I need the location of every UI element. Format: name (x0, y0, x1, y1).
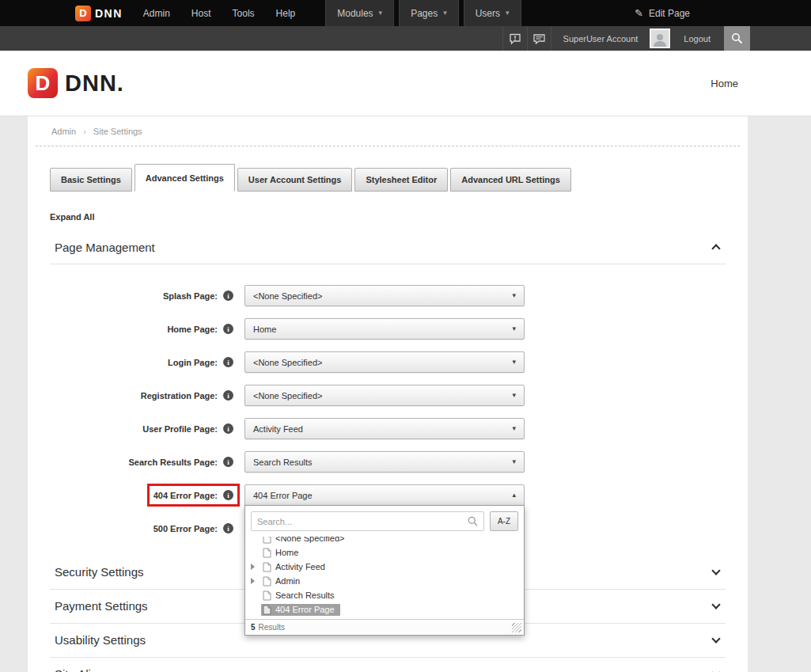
nav-help[interactable]: Help (276, 8, 296, 19)
search-button[interactable] (724, 26, 750, 51)
sort-az-button[interactable]: A-Z (490, 511, 518, 531)
site-header: D DNN. Home (0, 51, 811, 116)
section-title: Site Aliases (55, 667, 116, 672)
picker-tree: <None Specified> (245, 537, 524, 619)
caret-up-icon: ▴ (512, 492, 516, 499)
caret-down-icon: ▾ (512, 292, 516, 299)
info-icon[interactable]: i (223, 490, 233, 500)
form-row-search-results-page: Search Results Page: i Search Results ▾ (50, 451, 726, 473)
select-value: Activity Feed (253, 424, 303, 434)
field-label: Registration Page: (141, 391, 218, 401)
page-background: Admin › Site Settings Basic Settings Adv… (0, 116, 811, 672)
tab-user-account-settings[interactable]: User Account Settings (237, 168, 353, 192)
login-page-select[interactable]: <None Specified> ▾ (244, 351, 525, 373)
form-row-splash-page: Splash Page: i <None Specified> ▾ (50, 285, 726, 306)
menu-users[interactable]: Users ▾ (464, 0, 521, 26)
registration-page-select[interactable]: <None Specified> ▾ (244, 385, 525, 406)
picker-item-label: 404 Error Page (275, 605, 335, 614)
info-icon[interactable]: i (223, 457, 233, 467)
results-count: 5 (251, 623, 256, 632)
select-cell: <None Specified> ▾ (244, 285, 525, 306)
expand-arrow-icon[interactable] (251, 578, 261, 584)
menu-modules[interactable]: Modules ▾ (325, 0, 394, 26)
info-icon[interactable]: i (223, 390, 233, 401)
picker-item-404-error-page[interactable]: 404 Error Page (251, 602, 518, 617)
section-title: Page Management (55, 241, 155, 254)
nav-tools[interactable]: Tools (233, 8, 255, 19)
chevron-down-icon (711, 566, 720, 575)
breadcrumb-admin[interactable]: Admin (51, 127, 76, 136)
select-cell: Home ▾ (244, 318, 525, 340)
select-cell: Activity Feed ▾ (244, 418, 525, 439)
pencil-icon: ✎ (635, 7, 643, 19)
info-icon[interactable]: i (223, 423, 233, 434)
dnn-logo-mark-icon: D (75, 6, 91, 21)
picker-search-input[interactable] (257, 517, 468, 526)
menu-pages[interactable]: Pages ▾ (399, 0, 459, 26)
picker-item-none-specified[interactable]: <None Specified> (251, 537, 518, 545)
picker-item-search-results[interactable]: Search Results (251, 588, 518, 602)
search-results-page-select[interactable]: Search Results ▾ (244, 451, 525, 473)
breadcrumb-site-settings[interactable]: Site Settings (93, 127, 142, 136)
edit-page-label: Edit Page (649, 8, 690, 19)
section-title: Payment Settings (55, 599, 148, 613)
picker-search-box (251, 511, 484, 531)
section-title: Security Settings (55, 565, 144, 579)
search-icon (468, 516, 478, 526)
page-icon (263, 605, 271, 615)
info-icon[interactable]: i (223, 324, 233, 334)
picker-item-label: Search Results (275, 590, 335, 600)
section-site-aliases[interactable]: Site Aliases (50, 658, 726, 672)
tab-basic-settings[interactable]: Basic Settings (50, 168, 132, 192)
error-404-page-select[interactable]: 404 Error Page ▴ (244, 484, 525, 506)
expand-all-link[interactable]: Expand All (50, 212, 94, 222)
field-label: 500 Error Page: (153, 524, 218, 533)
picker-item-label: <None Specified> (275, 537, 344, 543)
avatar[interactable] (650, 28, 670, 48)
page-icon (263, 548, 271, 558)
field-label-cell: Search Results Page: i (50, 457, 233, 467)
select-cell: Search Results ▾ (244, 451, 525, 473)
caret-down-icon: ▾ (379, 9, 383, 17)
annotation-highlight: 404 Error Page: i (153, 490, 233, 500)
form-row-home-page: Home Page: i Home ▾ (50, 318, 726, 340)
caret-down-icon: ▾ (512, 392, 516, 399)
nav-home-link[interactable]: Home (711, 78, 738, 89)
tab-stylesheet-editor[interactable]: Stylesheet Editor (354, 168, 448, 192)
page-management-form: Splash Page: i <None Specified> ▾ H (50, 264, 726, 539)
resize-handle[interactable] (512, 623, 521, 632)
messages-button[interactable] (527, 26, 551, 51)
results-label: Results (259, 623, 285, 632)
form-row-user-profile-page: User Profile Page: i Activity Feed ▾ (50, 418, 726, 439)
splash-page-select[interactable]: <None Specified> ▾ (244, 285, 525, 306)
field-label-cell: 404 Error Page: i (50, 490, 233, 500)
chevron-down-icon (711, 668, 720, 672)
logout-button[interactable]: Logout (670, 34, 724, 44)
info-icon[interactable]: i (223, 357, 233, 367)
expand-arrow-icon[interactable] (251, 564, 261, 570)
select-value: <None Specified> (253, 291, 322, 301)
picker-item-activity-feed[interactable]: Activity Feed (251, 560, 518, 574)
home-page-select[interactable]: Home ▾ (244, 318, 525, 340)
edit-page-button[interactable]: ✎ Edit Page (635, 7, 690, 19)
info-icon[interactable]: i (223, 290, 233, 301)
picker-item-admin[interactable]: Admin (251, 574, 518, 588)
page-icon (263, 576, 271, 587)
section-page-management[interactable]: Page Management (50, 234, 726, 264)
select-value: Search Results (253, 457, 313, 467)
select-value: 404 Error Page (253, 491, 313, 500)
caret-down-icon: ▾ (506, 9, 510, 17)
user-account-link[interactable]: SuperUser Account (551, 34, 650, 44)
notifications-button[interactable] (502, 26, 527, 51)
info-icon[interactable]: i (223, 523, 233, 533)
tab-advanced-url-settings[interactable]: Advanced URL Settings (450, 168, 571, 192)
dnn-logo-small: D DNN (75, 6, 123, 21)
user-profile-page-select[interactable]: Activity Feed ▾ (244, 418, 525, 439)
nav-admin[interactable]: Admin (143, 8, 170, 19)
settings-tabs: Basic Settings Advanced Settings User Ac… (50, 164, 726, 192)
search-icon (731, 32, 743, 44)
tab-advanced-settings[interactable]: Advanced Settings (135, 164, 235, 192)
nav-host[interactable]: Host (191, 8, 211, 19)
picker-item-label: Home (275, 548, 298, 557)
picker-item-home[interactable]: Home (251, 545, 518, 560)
